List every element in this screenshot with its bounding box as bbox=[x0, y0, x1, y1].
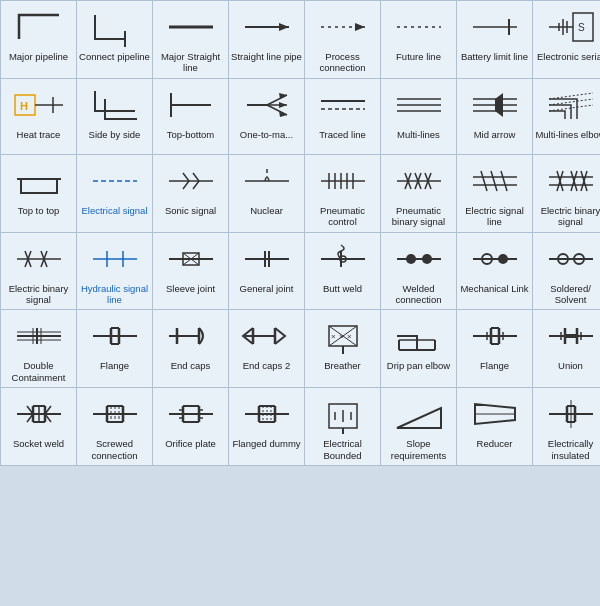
label-one-to-many: One-to-ma... bbox=[240, 129, 293, 140]
symbol-connect-pipeline bbox=[85, 5, 145, 49]
label-welded-connection: Welded connection bbox=[383, 283, 454, 306]
symbol-top-to-top bbox=[9, 159, 69, 203]
symbol-heat-trace: H bbox=[9, 83, 69, 127]
cell-double-containment[interactable]: Double Containment bbox=[1, 310, 76, 387]
label-butt-weld: Butt weld bbox=[323, 283, 362, 294]
cell-major-straight-line[interactable]: Major Straight line bbox=[153, 1, 228, 78]
cell-end-caps-2[interactable]: End caps 2 bbox=[229, 310, 304, 387]
cell-mid-arrow[interactable]: Mid arrow bbox=[457, 79, 532, 154]
label-drip-pan-elbow: Drip pan elbow bbox=[387, 360, 450, 371]
label-mechanical-link: Mechanical Link bbox=[460, 283, 528, 294]
symbol-electronic-serial: S bbox=[541, 5, 601, 49]
cell-future-line[interactable]: Future line bbox=[381, 1, 456, 78]
symbol-process-connection bbox=[313, 5, 373, 49]
symbol-nuclear bbox=[237, 159, 297, 203]
svg-line-35 bbox=[549, 99, 593, 105]
svg-line-59 bbox=[481, 171, 487, 191]
symbol-future-line bbox=[389, 5, 449, 49]
symbol-butt-weld bbox=[313, 237, 373, 281]
label-electrically-insulated: Electrically insulated bbox=[535, 438, 600, 461]
cell-electric-binary-signal-r1[interactable]: Electric binary signal bbox=[533, 155, 600, 232]
symbol-mechanical-link bbox=[465, 237, 525, 281]
cell-pneumatic-binary-signal[interactable]: Pneumatic binary signal bbox=[381, 155, 456, 232]
cell-sonic-signal[interactable]: Sonic signal bbox=[153, 155, 228, 232]
cell-orifice-plate[interactable]: Orifice plate bbox=[153, 388, 228, 465]
cell-electrically-insulated[interactable]: Electrically insulated bbox=[533, 388, 600, 465]
cell-union[interactable]: Union bbox=[533, 310, 600, 387]
symbol-electric-binary-signal-r1 bbox=[541, 159, 601, 203]
symbol-electric-signal-line bbox=[465, 159, 525, 203]
svg-point-89 bbox=[406, 254, 416, 264]
cell-flange[interactable]: Flange bbox=[77, 310, 152, 387]
svg-text:×: × bbox=[347, 332, 352, 341]
symbol-flanged-dummy bbox=[237, 392, 297, 436]
svg-text:×: × bbox=[339, 332, 344, 341]
svg-line-60 bbox=[491, 171, 497, 191]
cell-drip-pan-elbow[interactable]: Drip pan elbow bbox=[381, 310, 456, 387]
cell-electronic-serial[interactable]: S Electronic serial bbox=[533, 1, 600, 78]
cell-screwed-connection[interactable]: Screwed connection bbox=[77, 388, 152, 465]
symbol-hydraulic-signal-line bbox=[85, 237, 145, 281]
svg-marker-2 bbox=[279, 23, 289, 31]
symbol-end-caps-2 bbox=[237, 314, 297, 358]
cell-multi-lines[interactable]: Multi-lines bbox=[381, 79, 456, 154]
label-general-joint: General joint bbox=[240, 283, 294, 294]
label-major-pipeline: Major pipeline bbox=[9, 51, 68, 62]
cell-electrical-bounded[interactable]: Electrical Bounded bbox=[305, 388, 380, 465]
symbol-electrical-bounded bbox=[313, 392, 373, 436]
svg-text:×: × bbox=[331, 332, 336, 341]
cell-one-to-many[interactable]: One-to-ma... bbox=[229, 79, 304, 154]
cell-nuclear[interactable]: Nuclear bbox=[229, 155, 304, 232]
symbol-one-to-many bbox=[237, 83, 297, 127]
symbol-reducer bbox=[465, 392, 525, 436]
cell-heat-trace[interactable]: H Heat trace bbox=[1, 79, 76, 154]
cell-flanged-dummy[interactable]: Flanged dummy bbox=[229, 388, 304, 465]
symbol-straight-line-pipe bbox=[237, 5, 297, 49]
symbol-major-straight-line bbox=[161, 5, 221, 49]
cell-general-joint[interactable]: General joint bbox=[229, 233, 304, 310]
cell-flange2[interactable]: Flange bbox=[457, 310, 532, 387]
label-socket-weld: Socket weld bbox=[13, 438, 64, 449]
cell-end-caps[interactable]: End caps bbox=[153, 310, 228, 387]
cell-breather[interactable]: × × × Breather bbox=[305, 310, 380, 387]
cell-mechanical-link[interactable]: Mechanical Link bbox=[457, 233, 532, 310]
cell-top-bottom[interactable]: Top-bottom bbox=[153, 79, 228, 154]
svg-marker-23 bbox=[279, 102, 287, 108]
label-flange2: Flange bbox=[480, 360, 509, 371]
symbol-pneumatic-control bbox=[313, 159, 373, 203]
label-electronic-serial: Electronic serial bbox=[537, 51, 600, 62]
symbol-slope-requirements bbox=[389, 392, 449, 436]
label-double-containment: Double Containment bbox=[3, 360, 74, 383]
cell-process-connection[interactable]: Process connection bbox=[305, 1, 380, 78]
label-top-to-top: Top to top bbox=[18, 205, 60, 216]
cell-battery-limit-line[interactable]: Battery limit line bbox=[457, 1, 532, 78]
cell-connect-pipeline[interactable]: Connect pipeline bbox=[77, 1, 152, 78]
cell-major-pipeline[interactable]: Major pipeline bbox=[1, 1, 76, 78]
cell-top-to-top[interactable]: Top to top bbox=[1, 155, 76, 232]
label-union: Union bbox=[558, 360, 583, 371]
cell-butt-weld[interactable]: Butt weld bbox=[305, 233, 380, 310]
cell-socket-weld[interactable]: Socket weld bbox=[1, 388, 76, 465]
cell-hydraulic-signal-line[interactable]: Hydraulic signal line bbox=[77, 233, 152, 310]
cell-electric-signal-line[interactable]: Electric signal line bbox=[457, 155, 532, 232]
symbol-sleeve-joint bbox=[161, 237, 221, 281]
cell-pneumatic-control[interactable]: Pneumatic control bbox=[305, 155, 380, 232]
symbol-electric-binary-signal2 bbox=[9, 237, 69, 281]
cell-electrical-signal[interactable]: Electrical signal bbox=[77, 155, 152, 232]
cell-soldered-solvent[interactable]: Soldered/ Solvent bbox=[533, 233, 600, 310]
cell-multi-lines-elbow[interactable]: Multi-lines elbow bbox=[533, 79, 600, 154]
label-hydraulic-signal-line: Hydraulic signal line bbox=[79, 283, 150, 306]
svg-marker-4 bbox=[355, 23, 365, 31]
cell-traced-line[interactable]: Traced line bbox=[305, 79, 380, 154]
cell-sleeve-joint[interactable]: Sleeve joint bbox=[153, 233, 228, 310]
cell-straight-line-pipe[interactable]: Straight line pipe bbox=[229, 1, 304, 78]
cell-reducer[interactable]: Reducer bbox=[457, 388, 532, 465]
cell-side-by-side[interactable]: Side by side bbox=[77, 79, 152, 154]
cell-electric-binary-signal2[interactable]: Electric binary signal bbox=[1, 233, 76, 310]
symbol-end-caps bbox=[161, 314, 221, 358]
label-pneumatic-binary-signal: Pneumatic binary signal bbox=[383, 205, 454, 228]
symbol-pneumatic-binary-signal bbox=[389, 159, 449, 203]
symbol-top-bottom bbox=[161, 83, 221, 127]
cell-welded-connection[interactable]: Welded connection bbox=[381, 233, 456, 310]
cell-slope-requirements[interactable]: Slope requirements bbox=[381, 388, 456, 465]
